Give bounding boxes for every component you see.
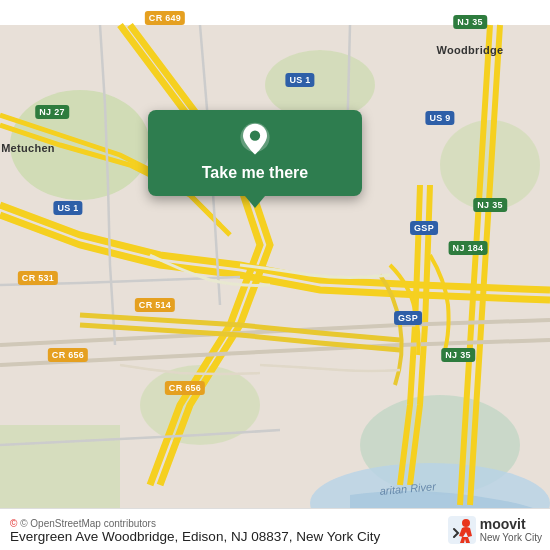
callout-label: Take me there: [202, 164, 308, 182]
svg-point-11: [250, 131, 260, 141]
location-pin-icon: [237, 122, 273, 158]
bottom-bar: © © OpenStreetMap contributors Evergreen…: [0, 508, 550, 550]
osm-credit-text: © OpenStreetMap contributors: [20, 518, 156, 529]
moovit-logo: moovit New York City: [448, 516, 542, 544]
map-svg: aritan River: [0, 0, 550, 550]
svg-point-1: [10, 90, 150, 200]
svg-point-13: [462, 519, 470, 527]
map-container: aritan River CR 649NJ 35US 1NJ 27US 9US …: [0, 0, 550, 550]
moovit-text: moovit: [480, 517, 542, 531]
location-callout[interactable]: Take me there: [148, 110, 362, 196]
osm-icon: ©: [10, 518, 17, 529]
address-line: Evergreen Ave Woodbridge, Edison, NJ 088…: [10, 529, 380, 544]
moovit-icon: [448, 516, 476, 544]
moovit-city: New York City: [480, 532, 542, 543]
